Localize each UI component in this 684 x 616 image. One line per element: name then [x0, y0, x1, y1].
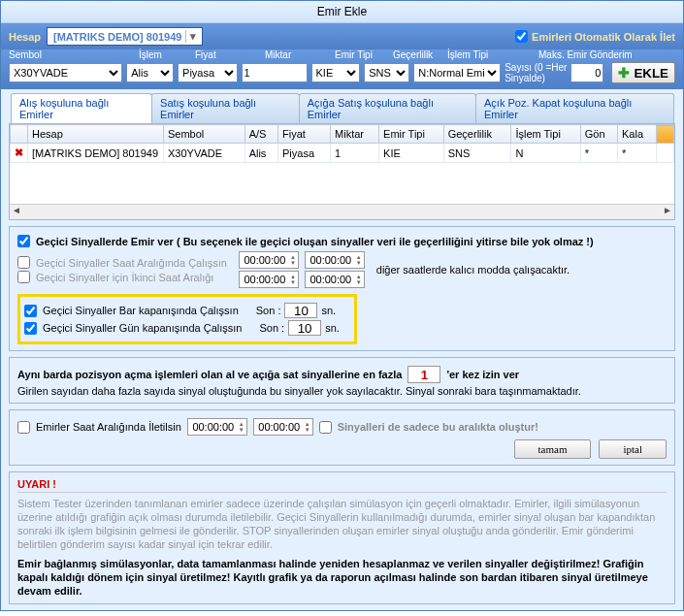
lbl-islemtipi: İşlem Tipi — [447, 49, 535, 60]
lbl-maks: Maks. Emir Gönderim — [538, 49, 653, 60]
plus-icon: ✚ — [618, 65, 630, 81]
miktar-input[interactable] — [242, 63, 308, 82]
cell-as: Alis — [244, 144, 277, 163]
son-label-1: Son : — [256, 305, 281, 316]
col-fiyat[interactable]: Fiyat — [278, 125, 331, 144]
lbl-sembol: Sembol — [9, 49, 135, 60]
cell-sembol: X30YVADE — [164, 144, 245, 163]
warning-header: UYARI ! — [17, 478, 667, 493]
account-value: [MATRIKS DEMO] 801949 — [53, 31, 181, 43]
time-input-2b[interactable]: ▲▼ — [305, 271, 365, 288]
lbl-saat: Geçici Sinyaller Saat Aralığında Çalışsı… — [36, 257, 227, 269]
cell-fiyat: Piyasa — [278, 144, 331, 163]
cell-emirtipi: KIE — [379, 144, 444, 163]
delete-icon[interactable]: ✖ — [15, 146, 23, 158]
col-miktar[interactable]: Miktar — [331, 125, 379, 144]
ekle-label: EKLE — [634, 66, 668, 81]
chk-gecici-main[interactable] — [17, 235, 30, 247]
chk-emirler-saat[interactable] — [17, 421, 30, 434]
cell-islemtipi: N — [511, 144, 580, 163]
auto-send-label: Emirleri Otomatik Olarak İlet — [532, 31, 675, 43]
ekle-button[interactable]: ✚ EKLE — [611, 62, 675, 83]
lbl-miktar: Miktar — [265, 49, 331, 60]
tab-acikpoz[interactable]: Açık Poz. Kapat koşuluna bağlı Emirler — [475, 93, 674, 123]
tab-satis[interactable]: Satış koşuluna bağlı Emirler — [151, 93, 300, 123]
gecerlilik-select[interactable]: SNS — [364, 63, 409, 82]
lbl-gecici-main: Geçici Sinyallerde Emir ver ( Bu seçenek… — [36, 236, 594, 247]
lbl-bar: Geçici Sinyaller Bar kapanışında Çalışsı… — [43, 305, 239, 316]
maks-input[interactable] — [570, 63, 603, 82]
table-row[interactable]: ✖ [MATRIKS DEMO] 801949 X30YVADE Alis Pi… — [11, 144, 674, 163]
aynibar-text2: 'er kez izin ver — [446, 369, 519, 380]
sn-2: sn. — [325, 322, 340, 334]
lbl-emirtipi: Emir Tipi — [335, 49, 389, 60]
col-extra[interactable] — [657, 125, 674, 144]
tab-alis[interactable]: Alış koşuluna bağlı Emirler — [11, 93, 152, 123]
lbl-maks2: Sayısı (0 =HerSinyalde) — [505, 62, 567, 83]
chk-gun[interactable] — [24, 322, 37, 335]
warning-bold: Emir bağlanmış simülasyonlar, data tamam… — [17, 557, 667, 598]
time-input-1b[interactable]: ▲▼ — [305, 251, 365, 269]
chevron-down-icon: ▾ — [185, 30, 196, 43]
note-kalici: diğer saatlerde kalıcı modda çalışacaktı… — [376, 264, 570, 276]
lbl-ikinci: Geçici Sinyaller için İkinci Saat Aralığ… — [36, 272, 213, 283]
lbl-gun: Geçici Sinyaller Gün kapanışında Çalışsı… — [43, 322, 242, 334]
iptal-button[interactable]: iptal — [599, 439, 667, 459]
time-input-2a[interactable]: ▲▼ — [239, 271, 299, 288]
col-gon[interactable]: Gön — [580, 125, 617, 144]
fiyat-select[interactable]: Piyasa — [178, 63, 237, 82]
son-label-2: Son : — [259, 322, 284, 334]
col-kala[interactable]: Kala — [618, 125, 657, 144]
col-sembol[interactable]: Sembol — [164, 125, 245, 144]
emirtipi-select[interactable]: KIE — [311, 63, 361, 82]
chk-sinyaller-sadece[interactable] — [319, 421, 332, 434]
islemtipi-select[interactable]: N:Normal Emir — [413, 63, 501, 82]
lbl-islem: İşlem — [139, 49, 191, 60]
cell-gecer: SNS — [443, 144, 511, 163]
auto-send-checkbox[interactable] — [515, 30, 528, 43]
tab-aciga[interactable]: Açığa Satış koşuluna bağlı Emirler — [299, 93, 476, 123]
col-as[interactable]: A/S — [244, 125, 277, 144]
lbl-gecerlilik: Geçerlilik — [393, 49, 443, 60]
sembol-select[interactable]: X30YVADE — [9, 63, 122, 82]
time-input-3a[interactable]: ▲▼ — [187, 418, 247, 436]
cell-gon: * — [580, 144, 617, 163]
warning-text: Sistem Tester üzerinden tanımlanan emirl… — [17, 497, 667, 551]
orders-grid[interactable]: Hesap Sembol A/S Fiyat Miktar Emir Tipi … — [9, 123, 675, 220]
chk-ikinci[interactable] — [17, 271, 30, 283]
lbl-emirler-saat: Emirler Saat Aralığında İletilsin — [36, 421, 181, 433]
aynibar-input[interactable] — [407, 366, 440, 383]
chk-bar[interactable] — [24, 305, 37, 317]
aynibar-text1: Aynı barda pozisyon açma işlemleri olan … — [17, 369, 402, 380]
cell-miktar: 1 — [331, 144, 379, 163]
col-hesap[interactable]: Hesap — [28, 125, 164, 144]
cell-kala: * — [618, 144, 657, 163]
col-del — [11, 125, 28, 144]
son-input-2[interactable] — [288, 320, 321, 336]
lbl-sinyaller-sadece: Sinyalleri de sadece bu aralıkta oluştur… — [338, 421, 538, 433]
account-selector[interactable]: [MATRIKS DEMO] 801949 ▾ — [47, 27, 203, 46]
sn-1: sn. — [321, 305, 336, 316]
time-input-1a[interactable]: ▲▼ — [239, 251, 299, 269]
col-islemtipi[interactable]: İşlem Tipi — [511, 125, 580, 144]
chk-saat[interactable] — [17, 256, 30, 269]
islem-select[interactable]: Alis — [126, 63, 174, 82]
time-input-3b[interactable]: ▲▼ — [253, 418, 313, 436]
tamam-button[interactable]: tamam — [514, 439, 592, 459]
col-gecer[interactable]: Geçerlilik — [443, 125, 511, 144]
horizontal-scrollbar[interactable]: ◄► — [10, 204, 674, 219]
account-label: Hesap — [9, 31, 41, 43]
son-input-1[interactable] — [284, 303, 317, 318]
aynibar-note: Girilen sayıdan daha fazla sayıda sinyal… — [17, 385, 667, 397]
highlighted-options: Geçici Sinyaller Bar kapanışında Çalışsı… — [17, 294, 357, 344]
col-emirtipi[interactable]: Emir Tipi — [379, 125, 444, 144]
lbl-fiyat: Fiyat — [195, 49, 261, 60]
window-title: Emir Ekle — [1, 1, 683, 23]
cell-hesap: [MATRIKS DEMO] 801949 — [28, 144, 164, 163]
